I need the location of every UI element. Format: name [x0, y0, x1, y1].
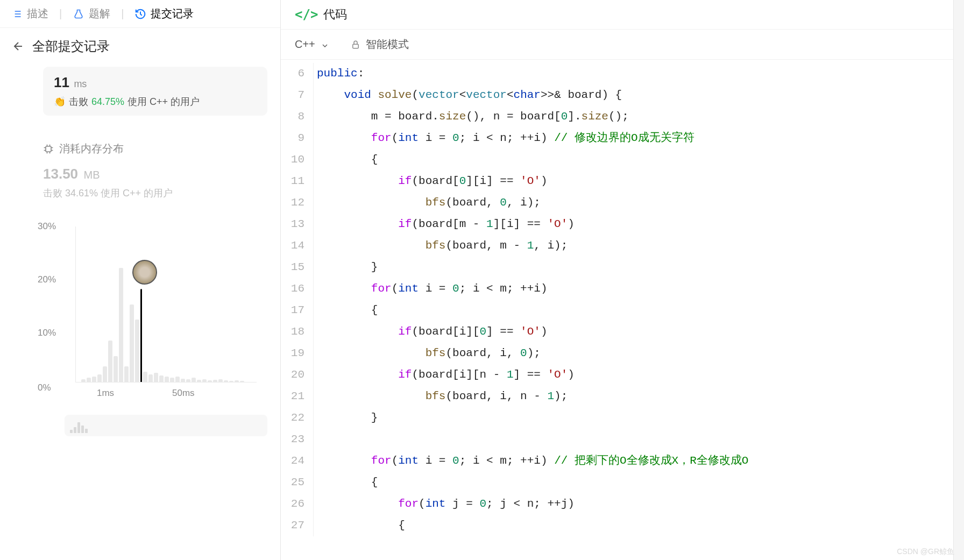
chevron-down-icon [321, 40, 329, 49]
list-icon [11, 8, 23, 20]
chart-bar[interactable] [92, 377, 96, 382]
line-number: 7 [286, 84, 304, 106]
runtime-card[interactable]: 11 ms 👏 击败 64.75% 使用 C++ 的用户 [43, 67, 267, 116]
x-tick: 1ms [97, 388, 114, 399]
chart-bar[interactable] [159, 375, 164, 382]
line-number: 17 [286, 300, 304, 321]
code-line[interactable] [313, 429, 953, 450]
code-line[interactable]: } [313, 407, 953, 429]
chart-bar[interactable] [213, 380, 217, 382]
code-line[interactable]: bfs(board, i, n - 1); [313, 386, 953, 407]
code-line[interactable]: { [313, 515, 953, 536]
y-tick: 10% [38, 328, 56, 338]
y-tick: 0% [38, 382, 51, 393]
chart-bar[interactable] [103, 366, 107, 382]
line-number: 24 [286, 450, 304, 472]
memory-beat-pct: 34.61% [65, 188, 98, 199]
code-line[interactable]: for(int i = 0; i < m; ++i) // 把剩下的O全修改成X… [313, 450, 953, 472]
chart-bar[interactable] [175, 377, 180, 382]
line-number: 14 [286, 235, 304, 257]
tab-description[interactable]: 描述 [11, 6, 48, 21]
mode-label: 智能模式 [366, 37, 409, 52]
chart-bar[interactable] [170, 378, 174, 382]
code-line[interactable]: { [313, 472, 953, 493]
line-number: 15 [286, 257, 304, 278]
chart-bar[interactable] [218, 379, 223, 382]
memory-beat-label: 击败 [43, 188, 62, 199]
code-line[interactable]: m = board.size(), n = board[0].size(); [313, 106, 953, 127]
code-line[interactable]: { [313, 149, 953, 171]
svg-rect-16 [353, 44, 359, 48]
code-line[interactable]: public: [313, 63, 953, 84]
right-panel: </> 代码 C++ 智能模式 678910111213141516171819… [281, 0, 953, 560]
code-line[interactable]: { [313, 300, 953, 321]
x-axis: 1ms 50ms [75, 388, 257, 404]
code-line[interactable]: if(board[i][0] == 'O') [313, 321, 953, 343]
chart-bar[interactable] [130, 304, 134, 382]
memory-value: 13.50 [43, 166, 78, 182]
chart-bar[interactable] [135, 320, 139, 382]
memory-mini-chart[interactable] [65, 415, 267, 436]
chart-bar[interactable] [97, 374, 102, 382]
chart-bar[interactable] [81, 379, 86, 382]
code-line[interactable]: for(int i = 0; i < n; ++i) // 修改边界的O成无关字… [313, 127, 953, 149]
chart-bar[interactable] [186, 379, 190, 382]
chart-bar[interactable] [119, 268, 123, 382]
tabs: 描述 | 题解 | 提交记录 [0, 0, 280, 28]
chart-bar[interactable] [224, 380, 228, 382]
chart-bar[interactable] [208, 380, 212, 382]
code-line[interactable]: for(int j = 0; j < n; ++j) [313, 493, 953, 515]
chart-bar[interactable] [143, 372, 147, 382]
language-selector[interactable]: C++ [295, 38, 329, 51]
code-line[interactable]: void solve(vector<vector<char>>& board) … [313, 84, 953, 106]
code-line[interactable]: bfs(board, i, 0); [313, 343, 953, 364]
code-line[interactable]: if(board[m - 1][i] == 'O') [313, 214, 953, 235]
code-line[interactable]: if(board[0][i] == 'O') [313, 171, 953, 192]
code-line[interactable]: bfs(board, m - 1, i); [313, 235, 953, 257]
watermark: CSDN @GR鲸鱼 [897, 547, 954, 557]
chart-bar[interactable] [192, 378, 196, 382]
chart-bar[interactable] [181, 379, 185, 382]
clap-icon: 👏 [54, 96, 66, 108]
line-number: 23 [286, 429, 304, 450]
lock-icon [351, 40, 360, 49]
line-number: 12 [286, 192, 304, 214]
chart-bar[interactable] [87, 378, 91, 382]
chart-bar[interactable] [154, 373, 158, 382]
runtime-chart[interactable]: 30% 20% 10% 0% 1ms 50ms [38, 221, 267, 404]
memory-beat-suffix: 使用 C++ 的用户 [101, 188, 173, 199]
code-line[interactable]: for(int i = 0; i < m; ++i) [313, 278, 953, 300]
tab-submissions[interactable]: 提交记录 [134, 6, 194, 21]
beat-label: 击败 [69, 95, 88, 108]
chart-bar[interactable] [197, 380, 201, 382]
line-number: 11 [286, 171, 304, 192]
sub-header: 全部提交记录 [0, 28, 280, 67]
chart-bar[interactable] [240, 381, 244, 382]
line-number: 21 [286, 386, 304, 407]
mode-indicator[interactable]: 智能模式 [351, 37, 409, 52]
line-number: 8 [286, 106, 304, 127]
code-content[interactable]: public: void solve(vector<vector<char>>&… [313, 60, 953, 560]
chart-bar[interactable] [229, 381, 233, 382]
code-line[interactable]: } [313, 257, 953, 278]
chart-bar[interactable] [108, 341, 112, 382]
chart-bar[interactable] [124, 366, 129, 382]
scrollbar[interactable] [953, 0, 964, 560]
chart-bar[interactable] [148, 374, 153, 382]
line-number: 27 [286, 515, 304, 536]
memory-section: 消耗内存分布 13.50 MB 击败 34.61% 使用 C++ 的用户 [43, 141, 267, 200]
chart-marker [140, 289, 142, 382]
separator: | [59, 8, 62, 20]
tab-solution[interactable]: 题解 [73, 6, 110, 21]
chart-bar[interactable] [165, 377, 169, 382]
code-editor[interactable]: 6789101112131415161718192021222324252627… [281, 60, 953, 560]
code-line[interactable]: bfs(board, 0, i); [313, 192, 953, 214]
back-arrow-icon[interactable] [12, 40, 25, 53]
chart-bar[interactable] [114, 356, 118, 382]
code-line[interactable]: if(board[i][n - 1] == 'O') [313, 364, 953, 386]
y-axis: 30% 20% 10% 0% [38, 221, 70, 382]
code-header: </> 代码 [281, 0, 953, 29]
line-number: 18 [286, 321, 304, 343]
chart-bar[interactable] [202, 379, 207, 382]
chart-bar[interactable] [235, 380, 239, 382]
